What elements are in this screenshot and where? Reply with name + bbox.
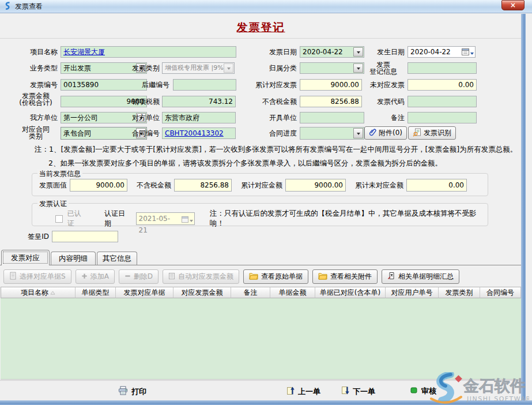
calendar-icon xyxy=(182,215,188,226)
column-header-doc-matched[interactable]: 单据已对应(含本单) xyxy=(315,287,386,298)
business-type-value: 开出发票 xyxy=(63,64,91,72)
our-unit-label: 我方单位 xyxy=(14,112,58,123)
chevron-down-icon xyxy=(224,63,233,73)
logo-text-cn: 金石软件 xyxy=(463,377,526,395)
column-header-matched-amount[interactable]: 对应发票金额 xyxy=(173,287,231,298)
face-value-label: 发票面值 xyxy=(39,181,67,190)
certification-title: 发票认证 xyxy=(37,199,69,209)
reg-info-label: 发票 登记信息 xyxy=(362,61,405,75)
minus-icon xyxy=(124,273,131,281)
jinshi-logo: 金石软件 JINSHI SOFTWARE xyxy=(428,372,529,405)
belong-class-select[interactable] xyxy=(300,62,364,74)
column-header-contract-no[interactable]: 合同编号 xyxy=(480,287,521,298)
app-icon xyxy=(3,2,12,12)
column-header-remark[interactable]: 备注 xyxy=(231,287,270,298)
matching-table-body[interactable] xyxy=(1,298,521,380)
cert-date-picker: 2021-05-21 xyxy=(136,212,195,225)
calendar-icon[interactable] xyxy=(462,48,469,58)
contract-progress-select[interactable] xyxy=(300,127,364,140)
logo-text-en: JINSHI SOFTWARE xyxy=(466,395,529,403)
related-docs-summary-button[interactable]: 相关单据明细汇总 xyxy=(382,269,459,284)
contract-no-field[interactable]: CBHT200413302 xyxy=(162,127,236,139)
invoice-recognize-button[interactable]: 发票识别 xyxy=(408,126,456,140)
info-excl-tax-label: 不含税金额 xyxy=(137,181,171,190)
summary-icon xyxy=(387,272,395,282)
remark-field[interactable] xyxy=(408,112,477,123)
column-header-project[interactable]: 项目名称 xyxy=(1,287,76,298)
invoice-certification-group: 发票认证 已认证 认证日期 2021-05-21 注：只有认证后的发票才可生成的… xyxy=(32,203,488,226)
occur-date-label: 发生日期 xyxy=(362,46,405,58)
previous-record-button[interactable]: 上一单 xyxy=(286,386,320,397)
unmatched-field[interactable]: 0.00 xyxy=(408,79,477,91)
reg-info-field[interactable] xyxy=(408,62,477,74)
column-header-user-doc-no[interactable]: 对应用户单号 xyxy=(386,287,439,298)
tab-invoice-matching[interactable]: 发票对应 xyxy=(1,250,50,265)
invoice-type-label: 发票类别 xyxy=(118,62,160,74)
unmatched-label: 未对应发票 xyxy=(362,79,405,91)
column-header-doc-amount[interactable]: 单据金额 xyxy=(270,287,315,298)
chevron-down-icon[interactable] xyxy=(470,52,474,57)
print-button[interactable]: 打印 xyxy=(118,386,146,397)
sign-id-field[interactable] xyxy=(52,231,118,242)
tab-other-info[interactable]: 其它信息 xyxy=(97,252,137,265)
matching-table-header: 项目名称 单据类型 发票对应单据 对应发票金额 备注 单据金额 单据已对应(含本… xyxy=(1,287,521,298)
contract-no-link[interactable]: CBHT200413302 xyxy=(165,129,224,137)
window-title: 发票查看 xyxy=(15,2,43,12)
window-right-border xyxy=(521,14,526,400)
note-line-1: 注：1、[发票金额]一定要大于或等于[累计对应发票]，若一次收到多张发票可以将所… xyxy=(35,145,517,155)
issue-unit-field[interactable] xyxy=(300,112,364,123)
select-doc-icon xyxy=(9,272,17,282)
suffix-no-label: 后繼编号 xyxy=(128,79,169,91)
unmatched-total-label: 累计未对应金额 xyxy=(355,181,403,190)
output-tax-field[interactable]: 743.12 xyxy=(162,96,236,107)
certification-note: 注：只有认证后的发票才可生成的【税金月结单】中，其它单据及成本核算将不受影响！ xyxy=(210,209,482,228)
info-excl-tax-field[interactable]: 8256.88 xyxy=(174,179,232,192)
contract-no-label: 合同编号 xyxy=(118,127,160,139)
invoice-amount-label: 发票金额 (价税合计) xyxy=(13,92,59,106)
sign-id-label: 签呈ID xyxy=(17,231,49,242)
chevron-down-icon[interactable] xyxy=(353,128,363,138)
note-line-2: 2、如果一张发票要对应多个项目的单据，请将该发票拆分个多张发票单录入，以后繼编号… xyxy=(48,159,442,168)
issue-unit-label: 开具单位 xyxy=(254,112,297,123)
arrow-down-icon xyxy=(341,386,349,397)
header-divider xyxy=(0,38,521,39)
total-matched-field[interactable]: 9000.00 xyxy=(300,79,362,91)
folder-icon xyxy=(249,272,258,282)
delete-button: 删除D xyxy=(119,269,159,284)
close-button[interactable]: × xyxy=(501,0,525,10)
suffix-no-field[interactable] xyxy=(173,79,236,91)
invoice-code-field[interactable] xyxy=(408,96,477,107)
column-header-matched-doc[interactable]: 发票对应单据 xyxy=(116,287,173,298)
output-tax-label: 销项税额 xyxy=(118,96,160,107)
select-matching-docs-button: 选择对应单据S xyxy=(3,269,71,284)
face-value-field[interactable]: 9000.00 xyxy=(70,179,127,192)
next-record-button[interactable]: 下一单 xyxy=(341,386,375,397)
attachments-button[interactable]: 附件(0) xyxy=(364,126,407,140)
view-original-doc-button[interactable]: 查看原始单据 xyxy=(243,269,308,284)
unmatched-total-field[interactable]: 0.00 xyxy=(406,179,467,192)
view-attachments-button[interactable]: 查看相关附件 xyxy=(312,269,378,284)
occur-date-picker[interactable]: 2020-04-22 xyxy=(408,46,476,58)
certified-checkbox-label: 已认证 xyxy=(67,209,88,228)
other-unit-field[interactable]: 东营市政府 xyxy=(162,112,236,123)
current-invoice-info-group: 当前发票信息 发票面值 9000.00 不含税金额 8256.88 累计对应金额… xyxy=(32,173,488,196)
arrow-up-icon xyxy=(286,386,295,397)
tab-baseline xyxy=(0,265,521,265)
invoice-date-select[interactable]: 2020-04-22 xyxy=(300,46,364,58)
column-header-doc-type[interactable]: 单据类型 xyxy=(76,287,116,298)
column-header-invoice-type[interactable]: 发票类别 xyxy=(439,287,480,298)
paperclip-icon xyxy=(369,128,376,138)
matched-total-field[interactable]: 9000.00 xyxy=(285,179,346,192)
remark-label: 备注 xyxy=(362,112,405,123)
certified-checkbox[interactable] xyxy=(55,215,63,223)
tab-content-detail[interactable]: 内容明细 xyxy=(51,252,96,265)
project-name-link[interactable]: 长安湖景大厦 xyxy=(63,48,105,56)
plus-icon xyxy=(81,273,88,281)
business-type-label: 业务类型 xyxy=(14,62,58,74)
page-title: 发票登记 xyxy=(0,20,522,35)
excl-tax-field[interactable]: 8256.88 xyxy=(300,96,362,107)
invoice-type-value: 增值税专用发票 |9% xyxy=(165,64,224,72)
project-name-field[interactable]: 长安湖景大厦 xyxy=(61,46,236,58)
invoice-type-select: 增值税专用发票 |9% xyxy=(162,62,235,74)
auto-match-amount-button: 自动对应发票金额 xyxy=(163,269,239,284)
